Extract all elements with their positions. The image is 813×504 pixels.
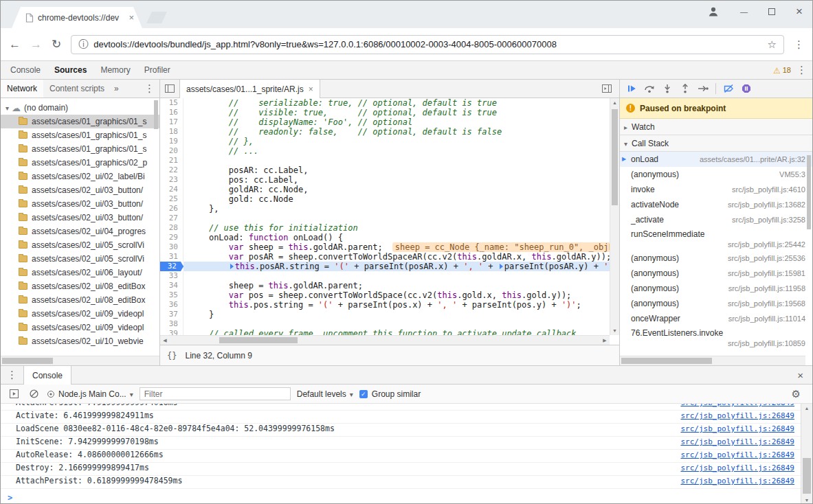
line-number[interactable]: 16 [160,108,183,117]
execution-context-select[interactable]: Node.js Main Co... [47,389,133,399]
line-number[interactable]: 35 [160,290,183,300]
profile-icon[interactable] [707,5,720,18]
file-tree-item[interactable]: assets/cases/02_ui/08_editBox [1,279,159,293]
console-source-link[interactable]: src/jsb_polyfill.js:26849 [671,424,794,433]
console-source-link[interactable]: src/jsb_polyfill.js:26849 [671,477,794,485]
line-number[interactable]: 29 [160,233,183,242]
more-tabs-icon[interactable]: » [111,84,122,93]
console-source-link[interactable]: src/jsb_polyfill.js:26849 [671,411,794,420]
panel-toggle-button[interactable] [597,80,616,98]
line-number[interactable]: 23 [160,175,183,185]
file-tree-item[interactable]: assets/cases/01_graphics/01_s [1,142,159,156]
file-tree-item[interactable]: assets/cases/02_ui/09_videopl [1,307,159,321]
line-number[interactable]: 26 [160,204,183,214]
debugger-vertical-scrollbar[interactable] [805,152,812,356]
line-number[interactable]: 17 [160,117,183,127]
file-tab-close-icon[interactable] [309,84,313,94]
sidebar-vertical-scrollbar[interactable] [153,99,159,356]
file-tree-item[interactable]: assets/cases/02_ui/05_scrollVi [1,238,159,252]
line-number[interactable]: 36 [160,300,183,310]
drawer-close-icon[interactable] [788,366,812,384]
call-stack-section-header[interactable]: Call Stack [620,135,812,152]
resume-button[interactable] [623,81,640,96]
reload-button[interactable] [52,37,61,51]
scroll-down-icon[interactable] [610,326,619,335]
sidebar-tab-content-scripts[interactable]: Content scripts [43,80,111,98]
console-sidebar-button[interactable] [7,387,21,401]
step-button[interactable] [695,81,711,96]
scroll-left-icon[interactable] [160,336,170,345]
watch-expander-icon[interactable] [624,122,627,132]
call-stack-frame[interactable]: runSceneImmediatesrc/jsb_polyfill.js:254… [620,227,812,251]
line-number[interactable]: 30 [160,242,183,252]
call-stack-frame[interactable]: onceWrappersrc/jsb_polyfill.js:11014 [620,311,812,326]
page-info-icon[interactable] [78,38,88,51]
devtools-menu-icon[interactable] [797,64,807,76]
call-stack-expander-icon[interactable] [624,139,627,148]
call-stack-frame[interactable]: (anonymous)src/jsb_polyfill.js:15981 [620,266,812,281]
line-number[interactable]: 22 [160,165,183,175]
browser-menu-icon[interactable] [794,38,804,51]
step-position-marker-icon[interactable] [500,264,503,269]
file-tree-item[interactable]: assets/cases/02_ui/03_button/ [1,197,159,211]
line-number[interactable]: 33 [160,271,183,281]
step-into-button[interactable] [659,81,676,96]
sidebar-horizontal-scrollbar[interactable] [1,356,159,365]
sidebar-tab-network[interactable]: Network [1,80,43,98]
console-vertical-scrollbar[interactable] [801,404,812,504]
file-tree-item[interactable]: assets/cases/02_ui/04_progres [1,225,159,238]
call-stack-frame[interactable]: (anonymous)src/jsb_polyfill.js:11958 [620,281,812,296]
call-stack-frame[interactable]: 76.EventListeners.invokesrc/jsb_polyfill… [620,326,812,350]
line-number[interactable]: 25 [160,194,183,204]
line-number[interactable]: 28 [160,223,183,233]
call-stack-frame[interactable]: _activatesrc/jsb_polyfill.js:3258 [620,212,812,227]
line-number[interactable]: 27 [160,214,183,223]
navigator-toggle-button[interactable] [160,80,179,98]
console-source-link[interactable]: src/jsb_polyfill.js:26849 [671,450,794,459]
line-number[interactable]: 31 [160,252,183,262]
line-number[interactable]: 24 [160,185,183,194]
scroll-down-icon[interactable] [801,496,812,504]
debugger-horizontal-scrollbar[interactable] [620,356,805,365]
line-number[interactable]: 34 [160,281,183,290]
editor-file-tab[interactable]: assets/cases/01...1_sprite/AR.js [179,80,320,98]
line-number[interactable]: 19 [160,137,183,146]
log-level-select[interactable]: Default levels [297,389,353,399]
drawer-menu-icon[interactable] [1,366,23,384]
tab-close-icon[interactable] [129,12,134,23]
back-button[interactable] [9,38,21,51]
line-number[interactable]: 21 [160,156,183,165]
editor-horizontal-scrollbar[interactable] [160,335,610,345]
call-stack-frame[interactable]: (anonymous)src/jsb_polyfill.js:25536 [620,251,812,266]
file-tree-item[interactable]: assets/cases/02_ui/09_videopl [1,321,159,334]
editor-vertical-scrollbar[interactable] [610,98,619,335]
step-out-button[interactable] [677,81,693,96]
call-stack-frame[interactable]: activateNodesrc/jsb_polyfill.js:13682 [620,197,812,212]
line-number[interactable]: 15 [160,98,183,108]
group-similar-checkbox[interactable]: Group similar [359,389,421,399]
file-tree-item[interactable]: assets/cases/02_ui/08_editBox [1,293,159,307]
step-position-marker-icon[interactable] [230,264,234,269]
tree-item-domain[interactable]: (no domain) [1,101,159,115]
devtools-tab-console[interactable]: Console [3,61,47,79]
file-tree-item[interactable]: assets/cases/02_ui/02_label/Bi [1,170,159,183]
line-number[interactable]: 32 [160,262,183,271]
console-source-link[interactable]: src/jsb_polyfill.js:26849 [671,463,794,472]
maximize-button[interactable] [768,8,775,15]
close-button[interactable] [796,5,803,18]
browser-tab[interactable]: chrome-devtools://dev [12,7,142,28]
code-area[interactable]: 15 // serializable: true, // optional, d… [160,98,619,345]
watch-section-header[interactable]: Watch [620,119,812,135]
file-tree-item[interactable]: assets/cases/02_ui/10_webvie [1,334,159,348]
file-tree-item[interactable]: assets/cases/01_graphics/01_s [1,115,159,128]
line-number[interactable]: 18 [160,127,183,137]
checkbox-checked-icon[interactable] [359,390,368,398]
pause-on-exceptions-button[interactable] [738,81,755,96]
console-source-link[interactable]: src/jsb_polyfill.js:26849 [671,404,794,407]
call-stack-frame[interactable]: invokesrc/jsb_polyfill.js:4610 [620,182,812,197]
warnings-badge[interactable]: 18 [773,64,791,76]
url-bar[interactable]: devtools://devtools/bundled/js_app.html?… [71,35,784,54]
file-tree-item[interactable]: assets/cases/02_ui/06_layout/ [1,266,159,279]
scroll-up-icon[interactable] [801,404,812,413]
line-number[interactable]: 38 [160,319,183,329]
